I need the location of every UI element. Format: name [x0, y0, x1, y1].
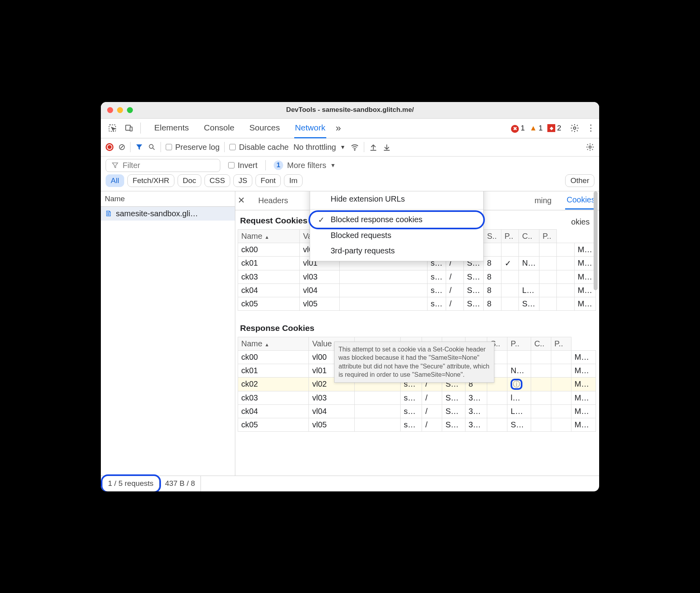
col-mini: P..: [551, 337, 571, 350]
request-count[interactable]: 1 / 5 requests: [102, 476, 159, 491]
table-cell: [539, 297, 557, 310]
breaking-count[interactable]: 2: [547, 124, 561, 132]
tab-timing[interactable]: ming: [533, 192, 553, 209]
col-mini: P..: [501, 229, 518, 243]
col-mini: C..: [519, 229, 539, 243]
table-cell: [484, 243, 501, 256]
table-cell: [507, 350, 531, 364]
table-cell: [501, 297, 518, 310]
device-toolbar-icon[interactable]: [122, 121, 136, 135]
request-row[interactable]: 🗎 samesite-sandbox.gli…: [101, 207, 235, 221]
download-icon[interactable]: [382, 143, 391, 151]
warning-count[interactable]: 1: [530, 124, 543, 132]
chip-other[interactable]: Other: [565, 174, 594, 187]
table-cell: vl04: [309, 404, 355, 418]
search-icon[interactable]: [148, 143, 156, 151]
tab-headers[interactable]: Headers: [257, 192, 290, 209]
table-cell: [531, 391, 551, 404]
svg-point-6: [589, 146, 591, 148]
settings-gear-icon[interactable]: [570, 123, 579, 133]
scrollbar[interactable]: [594, 191, 598, 476]
record-button[interactable]: [106, 143, 114, 151]
tab-elements[interactable]: Elements: [153, 118, 190, 138]
table-cell: 8: [484, 283, 501, 297]
tab-sources[interactable]: Sources: [249, 118, 281, 138]
issue-counters[interactable]: 1 1 2: [511, 124, 561, 133]
more-tabs-icon[interactable]: »: [336, 123, 341, 134]
error-count[interactable]: 1: [511, 124, 525, 133]
table-cell: M…: [571, 364, 596, 377]
table-cell: [531, 350, 551, 364]
info-icon[interactable]: ⓘ: [511, 379, 522, 390]
request-detail-pane: ✕ Headers ming Cookies Request Cookies o…: [235, 191, 599, 476]
table-row[interactable]: ck05vl05s…/S…3…S…M…: [238, 418, 596, 431]
funnel-icon: [112, 162, 119, 169]
document-icon: 🗎: [105, 209, 113, 218]
table-row[interactable]: ck05vl05s…/S…8S…M…: [238, 297, 596, 310]
network-conditions-icon[interactable]: [350, 143, 359, 151]
tab-network[interactable]: Network: [294, 118, 326, 138]
table-cell: [539, 270, 557, 283]
inspect-icon[interactable]: [106, 121, 119, 135]
chip-css[interactable]: CSS: [204, 174, 230, 187]
tab-cookies[interactable]: Cookies: [565, 191, 597, 210]
col-mini: C..: [531, 337, 551, 350]
divider: [364, 142, 364, 152]
svg-point-3: [573, 127, 576, 129]
request-list-header[interactable]: Name: [101, 191, 235, 207]
menu-blocked-requests[interactable]: Blocked requests: [310, 228, 483, 243]
table-row[interactable]: ck04vl04s…/S…3…L…M…: [238, 404, 596, 418]
table-cell: [557, 297, 574, 310]
table-cell: ck00: [238, 350, 309, 364]
chip-js[interactable]: JS: [233, 174, 252, 187]
menu-hide-extension-urls[interactable]: Hide extension URLs: [310, 191, 483, 207]
table-row[interactable]: ck04vl04s…/S…8L…M…: [238, 283, 596, 297]
svg-point-4: [149, 144, 153, 148]
clear-button[interactable]: ⊘: [118, 142, 125, 152]
table-cell: s…: [427, 270, 446, 283]
filter-count-badge: 1: [274, 161, 283, 170]
table-row[interactable]: ck03vl03s…/S…8M…: [238, 270, 596, 283]
tab-console[interactable]: Console: [203, 118, 235, 138]
network-settings-gear-icon[interactable]: [586, 143, 594, 151]
divider: [140, 123, 141, 134]
throttling-select[interactable]: No throttling▼: [293, 143, 346, 152]
table-cell: [531, 404, 551, 418]
table-cell: vl05: [309, 418, 355, 431]
table-cell: [531, 377, 551, 391]
filter-input[interactable]: Filter: [106, 159, 220, 172]
chip-img[interactable]: Im: [284, 174, 303, 187]
table-cell: [551, 404, 571, 418]
col-name: Name: [241, 232, 262, 240]
more-filters-dropdown[interactable]: 1 More filters ▼: [274, 161, 336, 170]
table-cell: [487, 404, 507, 418]
chip-fetch-xhr[interactable]: Fetch/XHR: [127, 174, 174, 187]
filter-funnel-icon[interactable]: [135, 143, 143, 151]
table-row[interactable]: ck03vl03s…/S…3…l…M…: [238, 391, 596, 404]
svg-point-5: [354, 149, 355, 150]
invert-checkbox[interactable]: Invert: [228, 161, 257, 170]
table-cell: l…: [507, 391, 531, 404]
scrollbar-thumb[interactable]: [594, 191, 598, 290]
upload-icon[interactable]: [369, 143, 378, 151]
divider: [130, 142, 131, 152]
kebab-menu-icon[interactable]: ⋮: [586, 123, 595, 133]
close-detail-icon[interactable]: ✕: [238, 195, 245, 206]
disable-cache-label: Disable cache: [239, 143, 289, 152]
table-cell: ck01: [238, 256, 300, 270]
request-cookies-okies-label: okies: [571, 217, 590, 227]
chip-doc[interactable]: Doc: [178, 174, 201, 187]
menu-3rd-party-requests[interactable]: 3rd-party requests: [310, 243, 483, 259]
table-cell: L…: [507, 404, 531, 418]
chip-font[interactable]: Font: [255, 174, 281, 187]
table-cell: M…: [574, 256, 596, 270]
devtools-window: DevTools - samesite-sandbox.glitch.me/ E…: [101, 102, 599, 491]
disable-cache-checkbox[interactable]: Disable cache: [229, 143, 289, 152]
table-cell: ck03: [238, 391, 309, 404]
table-cell: /: [446, 270, 464, 283]
preserve-log-checkbox[interactable]: Preserve log: [166, 143, 219, 152]
table-cell: [355, 404, 401, 418]
table-cell: M…: [574, 243, 596, 256]
chip-all[interactable]: All: [106, 174, 124, 187]
menu-blocked-response-cookies[interactable]: ✓Blocked response cookies: [310, 212, 483, 228]
